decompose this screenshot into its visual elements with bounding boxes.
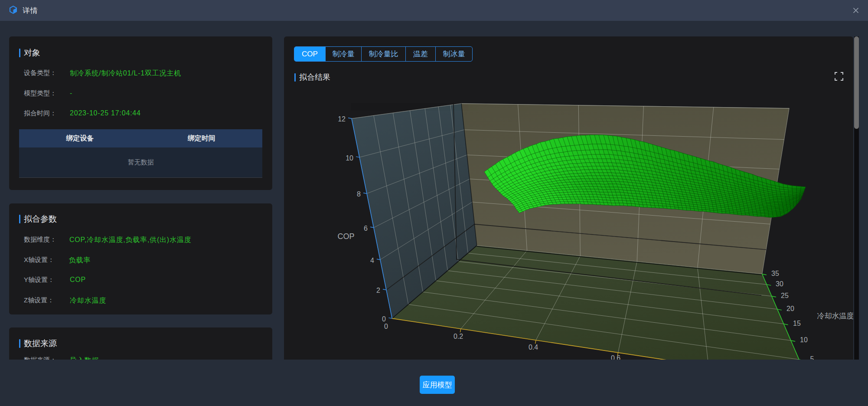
svg-text:10: 10 (800, 336, 808, 344)
svg-text:0.2: 0.2 (454, 333, 463, 340)
svg-text:6: 6 (364, 225, 368, 232)
svg-text:0: 0 (382, 315, 386, 323)
svg-text:30: 30 (776, 280, 783, 288)
svg-text:35: 35 (771, 270, 779, 277)
svg-text:冷却水温度: 冷却水温度 (817, 312, 854, 320)
svg-text:15: 15 (793, 320, 801, 327)
svg-text:8: 8 (357, 190, 361, 198)
svg-text:5: 5 (810, 355, 814, 360)
svg-text:20: 20 (786, 305, 794, 312)
svg-text:0.4: 0.4 (529, 344, 538, 351)
svg-text:25: 25 (781, 292, 789, 299)
svg-text:0.6: 0.6 (611, 354, 620, 360)
svg-text:COP: COP (337, 232, 354, 241)
svg-text:4: 4 (370, 257, 374, 264)
svg-text:10: 10 (346, 154, 353, 162)
svg-text:2: 2 (376, 287, 380, 294)
svg-text:0: 0 (384, 323, 388, 330)
svg-text:12: 12 (338, 115, 346, 123)
